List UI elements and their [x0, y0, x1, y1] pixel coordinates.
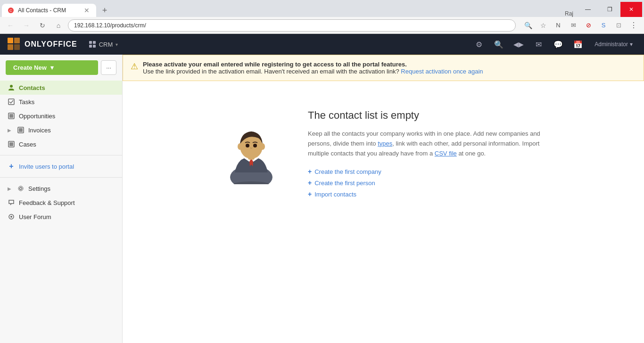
minimize-button[interactable]: — — [577, 2, 599, 17]
create-new-button[interactable]: Create New ▾ — [6, 60, 98, 75]
restore-button[interactable]: ❐ — [599, 2, 620, 17]
sidebar-item-settings[interactable]: ▶ Settings — [0, 181, 122, 196]
create-person-label: Create the first person — [314, 180, 375, 187]
invite-icon: + — [8, 163, 15, 170]
admin-menu-button[interactable]: Administrator ▾ — [591, 39, 636, 49]
sidebar-item-contacts[interactable]: Contacts — [0, 81, 122, 95]
adblock-icon[interactable]: ⊘ — [582, 19, 595, 32]
alert-subtitle: Use the link provided in the activation … — [143, 68, 399, 75]
app-header: ONLYOFFICE CRM ▾ ⚙ 🔍 ◀▶ ✉ 💬 📅 Administra… — [0, 34, 644, 55]
opportunities-label: Opportunities — [19, 113, 55, 120]
empty-state-description: Keep all the contacts your company works… — [308, 129, 544, 158]
svg-point-30 — [253, 144, 257, 147]
feedback-label: Feedback & Support — [19, 199, 75, 206]
admin-arrow-icon: ▾ — [630, 41, 633, 48]
tab-title: All Contacts - CRM — [18, 7, 79, 14]
settings-gear-icon — [17, 185, 25, 192]
sidebar-item-invoices[interactable]: ▶ Invoices — [0, 123, 122, 137]
ext3-icon[interactable]: ⊡ — [612, 19, 625, 32]
svg-point-10 — [10, 85, 13, 88]
svg-rect-7 — [93, 41, 96, 44]
address-bar-text: 192.168.12.10/products/crm/ — [74, 22, 146, 29]
tab-close-btn[interactable]: ✕ — [83, 7, 91, 14]
browser-tab[interactable]: C All Contacts - CRM ✕ — [2, 4, 96, 17]
cases-label: Cases — [19, 141, 36, 148]
module-selector[interactable]: CRM ▾ — [85, 39, 122, 50]
create-new-label: Create New — [13, 64, 47, 71]
alert-text: Please activate your email entered while… — [143, 61, 483, 75]
svg-point-19 — [18, 186, 23, 191]
create-first-company-link[interactable]: + Create the first company — [308, 168, 544, 175]
module-label: CRM — [99, 41, 113, 48]
sidebar: Create New ▾ ··· Contacts — [0, 55, 123, 343]
svg-text:C: C — [9, 8, 12, 13]
invoices-arrow-icon: ▶ — [8, 128, 11, 133]
empty-actions: + Create the first company + Create the … — [308, 168, 544, 198]
empty-state: The contact list is empty Keep all the c… — [123, 81, 644, 226]
sidebar-item-tasks[interactable]: Tasks — [0, 95, 122, 109]
app-logo: ONLYOFFICE — [8, 38, 77, 51]
opportunities-icon — [8, 112, 15, 120]
contacts-label: Contacts — [19, 84, 45, 91]
invoices-icon — [17, 126, 25, 134]
settings-icon[interactable]: ⚙ — [472, 37, 486, 51]
svg-rect-15 — [19, 128, 23, 132]
module-arrow-icon: ▾ — [116, 42, 118, 47]
import-contacts-link[interactable]: + Import contacts — [308, 190, 544, 198]
refresh-button[interactable]: ↻ — [36, 19, 49, 32]
plus-icon-3: + — [308, 190, 312, 198]
calendar-icon[interactable]: 📅 — [571, 37, 585, 51]
chat-icon[interactable]: 💬 — [551, 37, 565, 51]
sidebar-nav: Contacts Tasks Opportunities — [0, 81, 122, 151]
sidebar-item-forum[interactable]: User Forum — [0, 210, 122, 224]
svg-rect-5 — [14, 44, 20, 50]
svg-rect-2 — [8, 38, 13, 43]
home-button[interactable]: ⌂ — [52, 19, 65, 32]
create-first-person-link[interactable]: + Create the first person — [308, 179, 544, 187]
address-bar[interactable]: 192.168.12.10/products/crm/ — [68, 19, 516, 32]
feedback-icon — [8, 199, 15, 206]
sidebar-item-invite[interactable]: + Invite users to portal — [0, 159, 122, 173]
svg-rect-11 — [8, 99, 14, 105]
feed-icon[interactable]: ◀▶ — [512, 37, 526, 51]
svg-rect-13 — [9, 114, 13, 118]
ext1-icon[interactable]: N — [552, 19, 565, 32]
create-new-arrow-icon: ▾ — [50, 64, 54, 71]
types-link[interactable]: types — [378, 140, 392, 147]
request-activation-link[interactable]: Request activation once again — [401, 68, 483, 75]
sidebar-item-cases[interactable]: Cases — [0, 137, 122, 151]
empty-state-title: The contact list is empty — [308, 109, 544, 122]
alert-banner: ⚠ Please activate your email entered whi… — [123, 55, 644, 81]
svg-point-27 — [238, 143, 242, 150]
more-options-button[interactable]: ··· — [101, 60, 116, 75]
sidebar-item-feedback[interactable]: Feedback & Support — [0, 196, 122, 210]
forward-button[interactable]: → — [20, 19, 33, 32]
browser-search-icon[interactable]: 🔍 — [521, 19, 535, 32]
svg-rect-6 — [89, 41, 92, 44]
settings-arrow-icon: ▶ — [8, 186, 11, 191]
ext2-icon[interactable]: S — [597, 19, 610, 32]
csv-link[interactable]: CSV file — [435, 150, 457, 157]
svg-point-28 — [260, 143, 265, 150]
svg-point-22 — [10, 216, 12, 218]
plus-icon-2: + — [308, 179, 312, 187]
mail-ext-icon[interactable]: ✉ — [567, 19, 580, 32]
search-icon[interactable]: 🔍 — [492, 37, 506, 51]
svg-rect-8 — [89, 45, 92, 48]
svg-point-29 — [246, 144, 249, 147]
back-button[interactable]: ← — [4, 19, 17, 32]
close-button[interactable]: ✕ — [620, 2, 642, 17]
new-tab-button[interactable]: + — [98, 4, 111, 17]
sidebar-item-opportunities[interactable]: Opportunities — [0, 109, 122, 123]
menu-icon[interactable]: ⋮ — [627, 19, 640, 32]
mail-icon[interactable]: ✉ — [531, 37, 545, 51]
sidebar-btn-row: Create New ▾ ··· — [0, 60, 122, 81]
create-company-label: Create the first company — [314, 168, 381, 175]
contact-avatar-illustration — [223, 123, 280, 184]
alert-title: Please activate your email entered while… — [143, 61, 407, 68]
bookmark-icon[interactable]: ☆ — [537, 19, 550, 32]
tab-favicon: C — [8, 7, 14, 14]
svg-rect-17 — [9, 142, 13, 146]
sidebar-divider-1 — [0, 155, 122, 155]
crm-module-icon — [89, 41, 96, 48]
